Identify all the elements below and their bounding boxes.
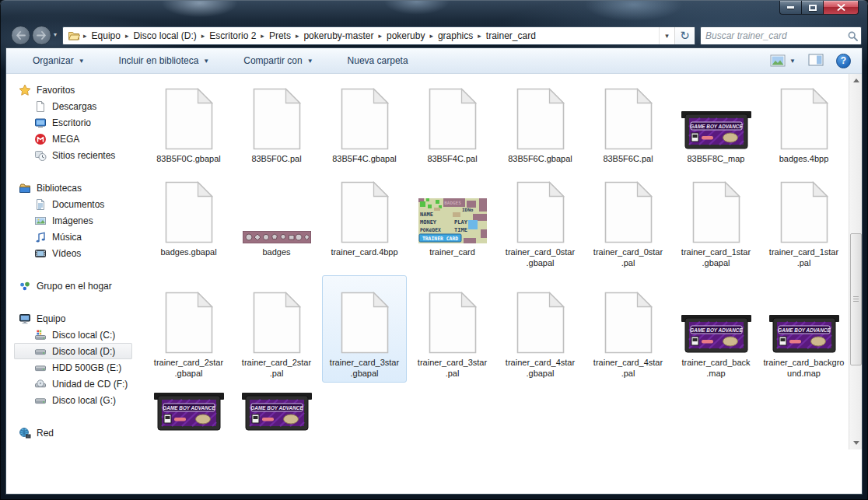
main-area: FavoritosDescargasEscritorioMEGASitios r…	[6, 74, 862, 449]
sidebar-item-label: Disco local (D:)	[52, 346, 115, 357]
include-in-library-button[interactable]: Incluir en biblioteca▼	[114, 52, 215, 69]
blank-file-icon	[516, 181, 565, 243]
file-item-trainer-card-4star-gbapal[interactable]: trainer_card_4star.gbapal	[498, 275, 583, 383]
breadcrumb-item-trainer-card[interactable]: trainer_card	[483, 30, 539, 41]
file-item-trainer-card-back-map[interactable]: GAME BOY ADVANCE trainer_card_back.map	[674, 275, 758, 383]
sidebar-item-equipo[interactable]: Equipo	[14, 310, 132, 327]
toolbar-right: ▼ ?	[770, 54, 851, 68]
breadcrumb-item-prets[interactable]: Prets	[266, 30, 294, 41]
vertical-scrollbar[interactable]	[849, 74, 862, 449]
breadcrumb-item-pokeruby[interactable]: pokeruby	[383, 30, 428, 41]
file-item-trainer-card-0star-gbapal[interactable]: trainer_card_0star.gbapal	[498, 171, 583, 272]
sidebar-item-unidad-de-cd-f[interactable]: Unidad de CD (F:)	[14, 376, 132, 392]
sidebar-item-red[interactable]: Red	[14, 425, 132, 441]
navigation-bar: ▾ ▸Equipo▸Disco local (D:)▸Escritorio 2▸…	[6, 23, 862, 48]
sidebar-item-favoritos[interactable]: Favoritos	[14, 82, 132, 98]
blank-file-icon	[165, 292, 213, 354]
share-with-button[interactable]: Compartir con▼	[239, 52, 317, 69]
file-item-trainer-card-background-map[interactable]: GAME BOY ADVANCE trainer_card_background…	[761, 275, 846, 383]
sidebar-item-imagenes[interactable]: Imágenes	[14, 212, 132, 229]
file-item-trainer-card-4star-pal[interactable]: trainer_card_4star.pal	[586, 275, 670, 383]
file-item-trainer-card-3star-gbapal[interactable]: trainer_card_3star.gbapal	[322, 275, 407, 383]
file-name: trainer_card_1star.pal	[764, 247, 845, 268]
new-folder-button[interactable]: Nueva carpeta	[343, 52, 413, 69]
command-toolbar: Organizar▼ Incluir en biblioteca▼ Compar…	[6, 48, 862, 74]
history-chevron-icon[interactable]: ▾	[54, 31, 57, 38]
scroll-up-button[interactable]	[849, 74, 862, 87]
file-item-83b5f0c-pal[interactable]: 83B5F0C.pal	[234, 79, 319, 168]
sidebar-item-grupo-en-el-hogar[interactable]: Grupo en el hogar	[14, 278, 132, 294]
sidebar-item-escritorio[interactable]: Escritorio	[14, 114, 132, 131]
gba-cartridge-icon: GAME BOY ADVANCE	[153, 391, 225, 432]
blank-file-icon	[604, 292, 653, 354]
file-item-83b5f4c-gbapal[interactable]: 83B5F4C.gbapal	[322, 79, 407, 168]
sidebar-item-descargas[interactable]: Descargas	[14, 98, 132, 114]
desktop-icon	[34, 117, 47, 129]
file-item-trainer-card-4bpp[interactable]: trainer_card.4bpp	[322, 171, 407, 272]
file-item-83b5f6c-gbapal[interactable]: 83B5F6C.gbapal	[498, 79, 583, 168]
file-item-trainer-card-2star-pal[interactable]: trainer_card_2star.pal	[234, 275, 319, 383]
file-item-83b5f0c-gbapal[interactable]: 83B5F0C.gbapal	[146, 79, 231, 168]
file-item-trainer-card-0star-pal[interactable]: trainer_card_0star.pal	[586, 171, 670, 272]
file-item-83b5f4c-pal[interactable]: 83B5F4C.pal	[410, 79, 495, 168]
file-item-83b5f8c-map[interactable]: GAME BOY ADVANCE 83B5F8C_map	[674, 79, 758, 168]
sidebar: FavoritosDescargasEscritorioMEGASitios r…	[6, 74, 137, 449]
sidebar-item-mega[interactable]: MEGA	[14, 131, 132, 147]
search-input[interactable]	[701, 28, 844, 44]
file-item-trainer-card-1star-pal[interactable]: trainer_card_1star.pal	[761, 171, 846, 272]
sidebar-section-favoritos: FavoritosDescargasEscritorioMEGASitios r…	[6, 82, 137, 163]
breadcrumb-item-pokeruby-master[interactable]: pokeruby-master	[300, 30, 376, 41]
file-name: trainer_card_2star.gbapal	[149, 357, 229, 379]
file-item-badges[interactable]: badges	[234, 171, 319, 272]
sidebar-item-documentos[interactable]: Documentos	[14, 196, 132, 212]
recent-icon	[34, 149, 47, 162]
close-button[interactable]	[824, 1, 859, 15]
file-item-badges-4bpp[interactable]: badges.4bpp	[761, 79, 846, 168]
folder-icon[interactable]	[68, 30, 80, 42]
blank-file-icon	[165, 181, 213, 243]
sidebar-item-bibliotecas[interactable]: Bibliotecas	[14, 180, 132, 196]
file-name: trainer_card_back.map	[676, 357, 757, 379]
preview-pane-button[interactable]	[808, 54, 824, 68]
organize-button[interactable]: Organizar▼	[28, 52, 89, 69]
breadcrumb-item-graphics[interactable]: graphics	[435, 30, 476, 41]
sidebar-item-hdd-500gb-e[interactable]: HDD 500GB (E:)	[14, 359, 132, 376]
address-dropdown-chevron[interactable]: ▾	[659, 27, 674, 44]
sidebar-item-disco-local-d[interactable]: Disco local (D:)	[14, 343, 132, 359]
maximize-button[interactable]	[802, 1, 824, 15]
minimize-button[interactable]	[779, 1, 802, 15]
refresh-button[interactable]: ↻	[674, 27, 695, 44]
forward-button[interactable]	[32, 26, 51, 45]
breadcrumb-item-equipo[interactable]: Equipo	[89, 30, 124, 41]
file-item[interactable]: GAME BOY ADVANCE	[234, 386, 319, 439]
scrollbar-thumb[interactable]	[850, 233, 862, 365]
file-item-83b5f6c-pal[interactable]: 83B5F6C.pal	[586, 79, 670, 168]
sidebar-item-disco-local-g[interactable]: Disco local (G:)	[14, 392, 132, 408]
file-item-trainer-card-2star-gbapal[interactable]: trainer_card_2star.gbapal	[146, 275, 231, 383]
sidebar-item-musica[interactable]: Música	[14, 229, 132, 245]
sidebar-item-sitios-recientes[interactable]: Sitios recientes	[14, 147, 132, 163]
file-item-trainer-card-3star-pal[interactable]: trainer_card_3star.pal	[410, 275, 495, 383]
breadcrumb-item-disco-local-d[interactable]: Disco local (D:)	[130, 30, 199, 41]
breadcrumb-item-escritorio-2[interactable]: Escritorio 2	[206, 30, 259, 41]
sidebar-section-bibliotecas: BibliotecasDocumentosImágenesMúsicaVídeo…	[6, 180, 137, 261]
scroll-down-button[interactable]	[849, 436, 862, 449]
change-view-button[interactable]: ▼	[770, 54, 796, 67]
help-button[interactable]: ?	[836, 54, 851, 68]
badges-strip-icon	[243, 231, 311, 243]
address-bar[interactable]: ▸Equipo▸Disco local (D:)▸Escritorio 2▸Pr…	[62, 26, 695, 45]
file-item-trainer-card[interactable]: BADGES IDNo NAME MONEY POKéDEX PLAY TIME…	[410, 171, 495, 272]
blank-file-icon	[692, 181, 740, 243]
search-icon[interactable]	[844, 31, 861, 41]
sidebar-item-disco-local-c[interactable]: Disco local (C:)	[14, 327, 132, 343]
file-item-badges-gbapal[interactable]: badges.gbapal	[146, 171, 231, 272]
mega-icon	[34, 133, 47, 145]
file-item-trainer-card-1star-gbapal[interactable]: trainer_card_1star.gbapal	[674, 171, 758, 272]
back-button[interactable]	[11, 26, 30, 45]
close-icon	[837, 4, 845, 11]
file-item[interactable]: GAME BOY ADVANCE	[146, 386, 231, 439]
svg-text:GAME BOY ADVANCE: GAME BOY ADVANCE	[690, 124, 743, 129]
sidebar-item-videos[interactable]: Vídeos	[14, 245, 132, 261]
chevron-down-icon: ▼	[789, 58, 796, 65]
sidebar-section-equipo: EquipoDisco local (C:)Disco local (D:)HD…	[6, 310, 137, 408]
